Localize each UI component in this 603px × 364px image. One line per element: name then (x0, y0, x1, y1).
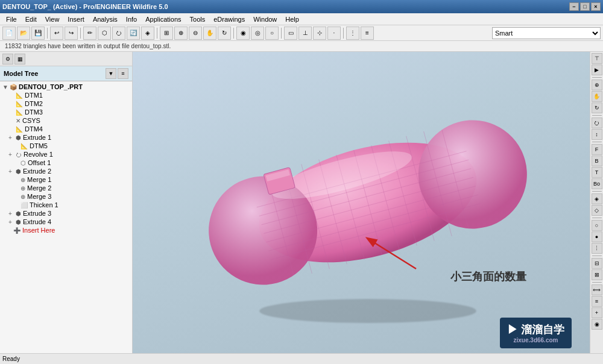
tree-settings-btn[interactable]: ▼ (106, 68, 116, 79)
tree-item-offset1[interactable]: ⬡ Offset 1 (0, 158, 132, 167)
toolbar-zoom-out[interactable]: ⊖ (189, 27, 202, 40)
right-btn-extra1[interactable]: + (592, 307, 602, 318)
toolbar-points[interactable]: · (327, 27, 341, 40)
tree-item-insert-here[interactable]: ➕ Insert Here (0, 226, 132, 234)
toolbar-extrude[interactable]: ⬡ (98, 27, 111, 40)
toolbar-zoom-fit[interactable]: ⊞ (160, 27, 173, 40)
right-sep-1 (592, 77, 602, 78)
right-btn-iso[interactable]: ◈ (592, 193, 602, 204)
tree-item-dtm2[interactable]: 📐 DTM2 (0, 99, 132, 108)
tree-expand-btn[interactable]: ≡ (118, 68, 128, 79)
menu-view[interactable]: View (42, 14, 63, 24)
toolbar-blend[interactable]: ◈ (141, 27, 154, 40)
right-btn-bottom[interactable]: Bo (592, 178, 602, 189)
tree-item-thicken1[interactable]: ⬜ Thicken 1 (0, 201, 132, 209)
right-toolbar: ⊤ ▶ ⊕ ✋ ↻ ⭮ ↕ F B T Bo ◈ ◇ ○ ● ⋮ ⊟ ⊠ ⟺ ≡… (590, 52, 603, 353)
menu-help[interactable]: Help (282, 14, 303, 24)
title-bar: DENTOU_TOP_ (Active) - Pro/ENGINEER Wild… (0, 0, 603, 13)
right-btn-shaded[interactable]: ● (592, 231, 602, 242)
toolbar: 📄 📂 💾 ↩ ↪ ✏ ⬡ ⭮ 🔄 ◈ ⊞ ⊕ ⊖ ✋ ↻ ◉ ◎ ○ ▭ ⊥ … (0, 25, 603, 41)
viewport[interactable]: 小三角面的数量 ▶ 溜溜自学 zixue.3d66.com (133, 52, 590, 353)
right-sep-6 (592, 256, 602, 256)
right-btn-top[interactable]: T (592, 167, 602, 178)
toolbar-datum-planes[interactable]: ▭ (284, 27, 297, 40)
menu-analysis[interactable]: Analysis (89, 14, 121, 24)
right-btn-zoom[interactable]: ⊕ (592, 80, 602, 90)
right-btn-flip[interactable]: ↕ (592, 129, 602, 140)
tree-item-extrude2[interactable]: + ⬢ Extrude 2 (0, 167, 132, 175)
model-tree-header: Model Tree ▼ ≡ (0, 66, 132, 81)
menu-insert[interactable]: Insert (64, 14, 88, 24)
tree-icon-root: 📦 (10, 84, 17, 90)
toolbar-sketch[interactable]: ✏ (83, 27, 96, 40)
right-btn-extra2[interactable]: ◉ (592, 319, 602, 330)
right-btn-measure[interactable]: ⟺ (592, 284, 602, 295)
right-btn-orient[interactable]: ⊤ (592, 53, 602, 64)
toolbar-redo[interactable]: ↪ (65, 27, 78, 40)
panel-settings-btn[interactable]: ⚙ (2, 54, 13, 64)
tree-label-dtm4: DTM4 (25, 125, 43, 133)
tree-item-revolve1[interactable]: + ⭮ Revolve 1 (0, 150, 132, 158)
toolbar-open[interactable]: 📂 (17, 27, 30, 40)
status-bar: 11832 triangles have been written in out… (0, 41, 603, 52)
menu-applications[interactable]: Applications (142, 14, 185, 24)
right-btn-back[interactable]: B (592, 155, 602, 166)
menu-window[interactable]: Window (250, 14, 280, 24)
toolbar-wireframe[interactable]: ◎ (251, 27, 264, 40)
tree-icon-dtm2: 📐 (16, 101, 23, 107)
right-btn-view1[interactable]: ▶ (592, 64, 602, 75)
smart-select[interactable]: Smart Geometry Feature Quilt Body (492, 27, 601, 39)
menu-info[interactable]: Info (122, 14, 140, 24)
tree-item-dtm1[interactable]: 📐 DTM1 (0, 91, 132, 99)
toolbar-datum-axes[interactable]: ⊥ (298, 27, 312, 40)
close-button[interactable]: × (591, 2, 601, 11)
right-btn-spin[interactable]: ⭮ (592, 118, 602, 128)
tree-item-extrude3[interactable]: + ⬢ Extrude 3 (0, 209, 132, 218)
toolbar-pan[interactable]: ✋ (203, 27, 216, 40)
right-btn-front[interactable]: F (592, 144, 602, 155)
tree-item-merge3[interactable]: ⊕ Merge 3 (0, 192, 132, 201)
toolbar-csys[interactable]: ⊹ (313, 27, 326, 40)
tree-item-dtm5[interactable]: 📐 DTM5 (0, 142, 132, 150)
toolbar-sep-3 (157, 28, 157, 39)
toolbar-mesh[interactable]: ⋮ (346, 27, 359, 40)
menu-edit[interactable]: Edit (22, 14, 40, 24)
toolbar-zoom-in[interactable]: ⊕ (174, 27, 188, 40)
right-btn-perspective[interactable]: ◇ (592, 205, 602, 216)
minimize-button[interactable]: − (569, 2, 579, 11)
tree-item-dtm3[interactable]: 📐 DTM3 (0, 108, 132, 116)
tree-item-csys[interactable]: ✕ CSYS (0, 116, 132, 125)
right-btn-rotate[interactable]: ↻ (592, 102, 602, 113)
tree-icon-dtm1: 📐 (16, 92, 23, 99)
tree-item-extrude1[interactable]: + ⬢ Extrude 1 (0, 133, 132, 142)
right-btn-analyze[interactable]: ≡ (592, 296, 602, 307)
tree-item-merge2[interactable]: ⊕ Merge 2 (0, 184, 132, 192)
right-sep-7 (592, 282, 602, 283)
right-btn-mesh-view[interactable]: ⋮ (592, 243, 602, 254)
right-btn-wireframe[interactable]: ○ (592, 220, 602, 231)
toolbar-revolve[interactable]: ⭮ (112, 27, 125, 40)
panel-expand-btn[interactable]: ▦ (14, 54, 25, 64)
tree-item-dtm4[interactable]: 📐 DTM4 (0, 125, 132, 133)
expand-icon-root: ▼ (2, 84, 8, 90)
toolbar-undo[interactable]: ↩ (50, 27, 63, 40)
tree-item-root[interactable]: ▼ 📦 DENTOU_TOP_.PRT (0, 83, 132, 91)
toolbar-hidden[interactable]: ○ (265, 27, 279, 40)
menu-edrawings[interactable]: eDrawings (210, 14, 248, 24)
toolbar-analysis-tool[interactable]: ≡ (361, 27, 374, 40)
tree-icon-extrude3: ⬢ (16, 210, 21, 217)
toolbar-shaded[interactable]: ◉ (236, 27, 250, 40)
expand-icon-extrude4: + (8, 219, 14, 225)
toolbar-new[interactable]: 📄 (2, 27, 16, 40)
menu-tools[interactable]: Tools (186, 14, 209, 24)
tree-item-extrude4[interactable]: + ⬢ Extrude 4 (0, 218, 132, 226)
right-btn-pan[interactable]: ✋ (592, 91, 602, 102)
toolbar-sweep[interactable]: 🔄 (127, 27, 140, 40)
tree-item-merge1[interactable]: ⊕ Merge 1 (0, 175, 132, 184)
toolbar-rotate[interactable]: ↻ (218, 27, 231, 40)
toolbar-save[interactable]: 💾 (31, 27, 45, 40)
maximize-button[interactable]: □ (580, 2, 590, 11)
menu-file[interactable]: File (2, 14, 21, 24)
right-btn-explode[interactable]: ⊠ (592, 269, 602, 280)
right-btn-section[interactable]: ⊟ (592, 258, 602, 269)
